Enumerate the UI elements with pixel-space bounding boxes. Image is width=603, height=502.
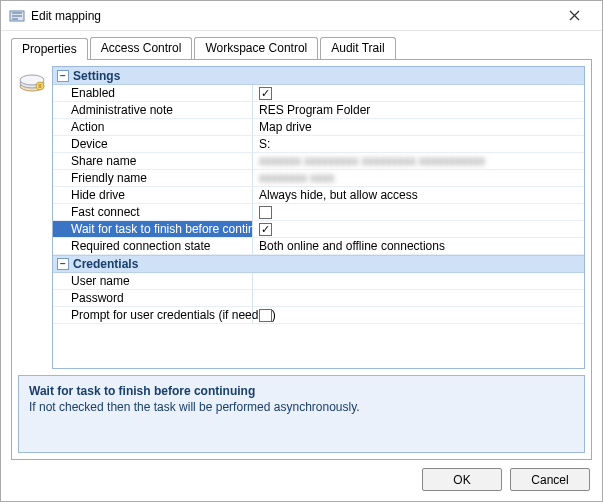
row-share-name[interactable]: Share name xxxxxxx xxxxxxxxx xxxxxxxxx x…: [53, 153, 584, 170]
button-bar: OK Cancel: [1, 460, 602, 501]
label-hide-drive: Hide drive: [53, 187, 253, 203]
label-admin-note: Administrative note: [53, 102, 253, 118]
row-enabled[interactable]: Enabled: [53, 85, 584, 102]
row-fast-connect[interactable]: Fast connect: [53, 204, 584, 221]
value-share-name[interactable]: xxxxxxx xxxxxxxxx xxxxxxxxx xxxxxxxxxxx: [259, 154, 485, 168]
tab-strip: Properties Access Control Workspace Cont…: [1, 31, 602, 59]
value-hide-drive[interactable]: Always hide, but allow access: [253, 187, 584, 203]
group-label: Credentials: [73, 257, 138, 271]
property-grid: − Settings Enabled Administrative note R…: [52, 66, 585, 369]
row-friendly-name[interactable]: Friendly name xxxxxxxx xxxx: [53, 170, 584, 187]
value-password[interactable]: [253, 290, 584, 306]
titlebar: Edit mapping: [1, 1, 602, 31]
description-title: Wait for task to finish before continuin…: [29, 384, 574, 398]
app-icon: [9, 8, 25, 24]
label-friendly-name: Friendly name: [53, 170, 253, 186]
label-req-conn: Required connection state: [53, 238, 253, 254]
value-user-name[interactable]: [253, 273, 584, 289]
dialog-window: Edit mapping Properties Access Control W…: [0, 0, 603, 502]
label-password: Password: [53, 290, 253, 306]
expander-credentials[interactable]: −: [57, 258, 69, 270]
close-icon: [569, 10, 580, 21]
group-header-credentials: − Credentials: [53, 255, 584, 273]
row-prompt-creds[interactable]: Prompt for user credentials (if needed): [53, 307, 584, 324]
row-action[interactable]: Action Map drive: [53, 119, 584, 136]
tab-access-control[interactable]: Access Control: [90, 37, 193, 59]
checkbox-fast-connect[interactable]: [259, 206, 272, 219]
svg-rect-5: [39, 84, 42, 88]
label-device: Device: [53, 136, 253, 152]
label-action: Action: [53, 119, 253, 135]
checkbox-enabled[interactable]: [259, 87, 272, 100]
row-req-conn[interactable]: Required connection state Both online an…: [53, 238, 584, 255]
label-fast-connect: Fast connect: [53, 204, 253, 220]
row-wait-task[interactable]: Wait for task to finish before continuin…: [53, 221, 584, 238]
row-admin-note[interactable]: Administrative note RES Program Folder: [53, 102, 584, 119]
tab-panel: − Settings Enabled Administrative note R…: [11, 59, 592, 460]
expander-settings[interactable]: −: [57, 70, 69, 82]
checkbox-wait-task[interactable]: [259, 223, 272, 236]
label-user-name: User name: [53, 273, 253, 289]
row-user-name[interactable]: User name: [53, 273, 584, 290]
label-prompt-creds: Prompt for user credentials (if needed): [53, 307, 253, 323]
tab-audit-trail[interactable]: Audit Trail: [320, 37, 395, 59]
grid-blank-area: [53, 324, 584, 368]
label-enabled: Enabled: [53, 85, 253, 101]
content-row: − Settings Enabled Administrative note R…: [18, 66, 585, 369]
cancel-button[interactable]: Cancel: [510, 468, 590, 491]
value-req-conn[interactable]: Both online and offline connections: [253, 238, 584, 254]
group-header-settings: − Settings: [53, 67, 584, 85]
checkbox-prompt-creds[interactable]: [259, 309, 272, 322]
description-text: If not checked then the task will be per…: [29, 400, 574, 414]
mapping-icon: [18, 66, 52, 369]
row-hide-drive[interactable]: Hide drive Always hide, but allow access: [53, 187, 584, 204]
tab-properties[interactable]: Properties: [11, 38, 88, 60]
label-wait-task: Wait for task to finish before continuin…: [53, 221, 253, 237]
value-device[interactable]: S:: [253, 136, 584, 152]
close-button[interactable]: [554, 2, 594, 30]
description-box: Wait for task to finish before continuin…: [18, 375, 585, 453]
value-friendly-name[interactable]: xxxxxxxx xxxx: [259, 171, 334, 185]
value-action[interactable]: Map drive: [253, 119, 584, 135]
row-device[interactable]: Device S:: [53, 136, 584, 153]
group-label: Settings: [73, 69, 120, 83]
label-share-name: Share name: [53, 153, 253, 169]
property-grid-scroll[interactable]: − Settings Enabled Administrative note R…: [53, 67, 584, 324]
row-password[interactable]: Password: [53, 290, 584, 307]
window-title: Edit mapping: [31, 9, 554, 23]
ok-button[interactable]: OK: [422, 468, 502, 491]
tab-workspace-control[interactable]: Workspace Control: [194, 37, 318, 59]
value-admin-note[interactable]: RES Program Folder: [253, 102, 584, 118]
